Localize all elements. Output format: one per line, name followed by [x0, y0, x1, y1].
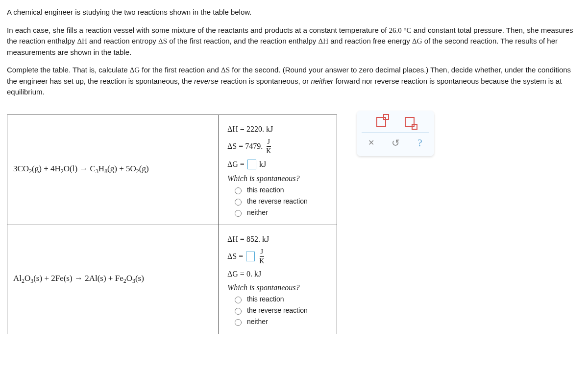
- rxn2-radio-neither[interactable]: [235, 319, 242, 326]
- rxn1-dG-input[interactable]: [247, 160, 256, 169]
- rxn1-radio-this[interactable]: [235, 187, 242, 194]
- undo-icon[interactable]: ↺: [390, 138, 401, 148]
- reaction-2-data: ΔH = 852. kJ ΔS = JK ΔG = 0. kJ Which is…: [219, 225, 337, 334]
- rxn1-dH: ΔH = 2220. kJ: [227, 125, 328, 134]
- close-icon[interactable]: ✕: [366, 138, 376, 148]
- rxn2-radio-reverse[interactable]: [235, 308, 242, 315]
- rxn2-spontaneous-question: Which is spontaneous?: [227, 283, 328, 292]
- reaction-1-data: ΔH = 2220. kJ ΔS = 7479. JK ΔG = kJ Whic…: [219, 115, 337, 225]
- rxn2-dS: ΔS = JK: [227, 249, 328, 265]
- rxn1-radio-neither[interactable]: [235, 210, 242, 217]
- rxn1-radio-reverse[interactable]: [235, 199, 242, 206]
- rxn1-dG: ΔG = kJ: [227, 160, 328, 169]
- rxn2-dH: ΔH = 852. kJ: [227, 235, 328, 244]
- rxn2-option-reverse[interactable]: the reverse reaction: [232, 306, 328, 315]
- rxn1-option-reverse[interactable]: the reverse reaction: [232, 197, 328, 206]
- subscript-button[interactable]: [404, 116, 415, 127]
- help-icon[interactable]: ?: [415, 138, 425, 148]
- rxn1-option-this[interactable]: this reaction: [232, 186, 328, 194]
- intro-para-2: In each case, she fills a reaction vesse…: [7, 25, 581, 58]
- jk-fraction: JK: [266, 138, 271, 155]
- intro-para-1: A chemical engineer is studying the two …: [7, 7, 581, 18]
- reactions-table: 3CO2(g) + 4H2O(l) → C3H8(g) + 5O2(g) ΔH …: [7, 115, 337, 334]
- jk-fraction: JK: [259, 249, 264, 265]
- intro-para-3: Complete the table. That is, calculate Δ…: [7, 65, 581, 98]
- rxn2-dS-input[interactable]: [246, 252, 255, 261]
- reaction-1-equation: 3CO2(g) + 4H2O(l) → C3H8(g) + 5O2(g): [7, 115, 219, 225]
- reaction-2-equation: Al2O3(s) + 2Fe(s) → 2Al(s) + Fe2O3(s): [7, 225, 219, 334]
- rxn1-spontaneous-question: Which is spontaneous?: [227, 174, 328, 183]
- superscript-button[interactable]: [376, 116, 387, 127]
- rxn1-dS: ΔS = 7479. JK: [227, 138, 328, 155]
- rxn2-radio-this[interactable]: [235, 297, 242, 303]
- rxn2-option-this[interactable]: this reaction: [232, 295, 328, 303]
- tool-pad: ✕ ↺ ?: [357, 111, 434, 156]
- rxn2-dG: ΔG = 0. kJ: [227, 270, 328, 278]
- rxn1-option-neither[interactable]: neither: [232, 208, 328, 217]
- rxn2-option-neither[interactable]: neither: [232, 318, 328, 326]
